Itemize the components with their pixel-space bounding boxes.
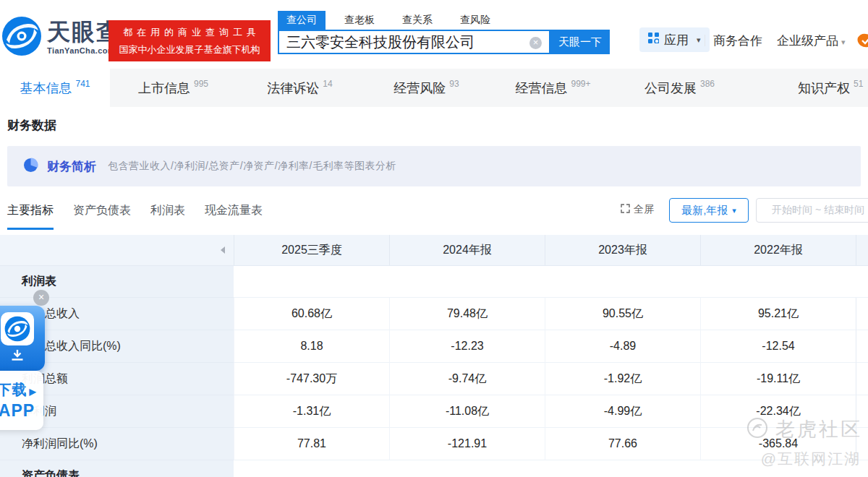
nav-tab-count: 14 [323, 79, 332, 89]
table-cell: 90.55亿 [545, 298, 700, 330]
nav-tab-count: 741 [75, 79, 90, 89]
promo-badge: 都在用的商业查询工具 国家中小企业发展子基金旗下机构 [109, 20, 271, 61]
header-divider [705, 35, 705, 46]
expand-icon [621, 204, 630, 215]
chevron-down-icon: ▾ [841, 38, 846, 46]
nav-tab-count: 93 [449, 79, 459, 89]
top-header: 天眼查 TianYanCha.com 都在用的商业查询工具 国家中小企业发展子基… [0, 0, 868, 69]
promo-badge-line1: 都在用的商业查询工具 [123, 24, 260, 41]
table-cell: -1.31亿 [234, 395, 389, 428]
collapse-chevron-icon[interactable] [221, 246, 225, 254]
download-arrow-icon [10, 349, 25, 365]
table-cell: -4.89 [545, 330, 700, 363]
table-cell: -9.74亿 [389, 363, 545, 395]
fullscreen-button[interactable]: 全屏 [621, 203, 654, 216]
banner-title: 财务简析 [47, 158, 96, 175]
nav-tab-label: 公司发展 [644, 80, 697, 97]
report-tab-income-statement[interactable]: 利润表 [150, 203, 185, 230]
content: 财务数据 财务简析 包含营业收入/净利润/总资产/净资产/净利率/毛利率等图表分… [0, 107, 868, 477]
search-tab-search-relations[interactable]: 查关系 [393, 11, 441, 30]
column-header: 2025三季度 [234, 235, 389, 266]
period-filter-button[interactable]: 最新,年报▾ [669, 198, 749, 223]
table-cell-partial [856, 428, 868, 460]
clear-icon[interactable]: × [529, 37, 542, 49]
nav-tab-business-risk[interactable]: 经营风险93 [363, 69, 490, 107]
column-header: 2024年报 [389, 235, 545, 266]
table-corner-cell [0, 235, 234, 266]
table-cell: 77.81 [234, 428, 389, 460]
table-cell: -4.99亿 [545, 395, 700, 428]
nav-tab-business-info[interactable]: 经营信息999+ [490, 69, 616, 107]
nav-tab-label: 基本信息 [20, 80, 72, 97]
nav-tab-company-development[interactable]: 公司发展386 [616, 69, 743, 107]
nav-tab-count: 995 [194, 79, 208, 89]
table-cell: -747.30万 [234, 363, 389, 395]
main-nav: 基本信息741上市信息995法律诉讼14经营风险93经营信息999+公司发展38… [0, 69, 868, 107]
column-header: 2023年报 [545, 235, 700, 266]
nav-tab-basic-info[interactable]: 基本信息741 [0, 69, 110, 107]
tianyancha-logo-icon [1, 16, 42, 59]
table-cell: -19.11亿 [700, 363, 856, 395]
table-cell: -121.91 [389, 428, 545, 460]
pie-chart-icon [23, 158, 38, 176]
banner-description: 包含营业收入/净利润/总资产/净资产/净利率/毛利率等图表分析 [108, 160, 396, 173]
report-tabs: 主要指标资产负债表利润表现金流量表 [7, 203, 282, 230]
table-cell: -1.92亿 [545, 363, 700, 395]
finance-summary-banner[interactable]: 财务简析 包含营业收入/净利润/总资产/净资产/净利率/毛利率等图表分析 [7, 146, 861, 186]
page-title: 财务数据 [7, 117, 868, 134]
column-header-partial [856, 235, 868, 266]
column-header: 2022年报 [700, 235, 856, 266]
chevron-down-icon: ▾ [697, 35, 701, 45]
nav-tab-label: 经营信息 [515, 80, 567, 97]
nav-tab-intellectual-property[interactable]: 知识产权51 [743, 69, 868, 107]
promo-badge-line2: 国家中小企业发展子基金旗下机构 [119, 41, 260, 59]
report-tab-balance-sheet[interactable]: 资产负债表 [73, 203, 131, 230]
search-tabs: 查公司查老板查关系查风险 [278, 11, 610, 30]
grid-icon [648, 33, 659, 47]
search-button[interactable]: 天眼一下 [550, 30, 610, 54]
section-row-spacer [234, 266, 868, 298]
section-row-spacer [234, 460, 868, 477]
table-cell: -12.54 [700, 330, 856, 363]
table-cell: -365.84 [700, 428, 856, 460]
table-cell: 8.18 [234, 330, 389, 363]
table-cell: -11.08亿 [389, 395, 545, 428]
logo[interactable]: 天眼查 TianYanCha.com [1, 16, 121, 59]
table-cell-partial [856, 363, 868, 395]
date-range-input[interactable]: 开始时间 ~ 结束时间 [756, 198, 868, 223]
menu-business-cooperation[interactable]: 商务合作 [713, 33, 762, 49]
search-tab-search-risk[interactable]: 查风险 [451, 11, 499, 30]
search-area: 查公司查老板查关系查风险 三六零安全科技股份有限公司 × 天眼一下 [278, 11, 610, 54]
report-tab-cash-flow[interactable]: 现金流量表 [205, 203, 263, 230]
nav-tab-count: 386 [700, 79, 715, 89]
app-download-label[interactable]: 下载▶ APP [0, 371, 43, 430]
fullscreen-label: 全屏 [634, 203, 654, 216]
chevron-down-icon: ▾ [732, 206, 736, 215]
app-download-promo[interactable] [0, 306, 45, 371]
table-cell: 77.66 [545, 428, 700, 460]
table-cell-partial [856, 395, 868, 428]
search-input-value: 三六零安全科技股份有限公司 [286, 33, 475, 52]
financial-table: 2025三季度2024年报2023年报2022年报利润表营业总收入60.68亿7… [0, 235, 868, 477]
nav-tab-label: 上市信息 [138, 80, 190, 97]
search-tab-search-company[interactable]: 查公司 [278, 11, 326, 30]
nav-tab-legal-proceedings[interactable]: 法律诉讼14 [237, 69, 363, 107]
nav-tab-count: 999+ [571, 79, 590, 89]
promo-close-icon[interactable]: × [33, 290, 49, 306]
nav-tab-label: 知识产权 [798, 80, 850, 97]
tianyancha-page: 天眼查 TianYanCha.com 都在用的商业查询工具 国家中小企业发展子基… [0, 0, 868, 477]
nav-tab-listing-info[interactable]: 上市信息995 [110, 69, 237, 107]
search-tab-search-boss[interactable]: 查老板 [336, 11, 383, 30]
nav-tab-label: 经营风险 [393, 80, 446, 97]
apps-menu[interactable]: 应用 ▾ [639, 27, 710, 52]
search-input[interactable]: 三六零安全科技股份有限公司 × [278, 30, 550, 54]
vip-icon[interactable] [856, 32, 868, 52]
section-label: 资产负债表 [0, 460, 234, 477]
report-tab-key-indicators[interactable]: 主要指标 [7, 203, 54, 230]
table-cell: -12.23 [389, 330, 545, 363]
table-cell-partial [856, 330, 868, 363]
row-label: 净利润同比(%) [0, 428, 234, 460]
play-icon: ▶ [29, 387, 36, 397]
table-cell-partial [856, 298, 868, 330]
menu-enterprise-products[interactable]: 企业级产品▾ [777, 33, 846, 49]
